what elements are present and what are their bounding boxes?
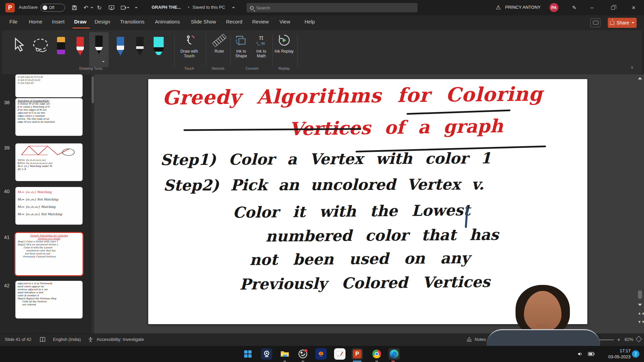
thumbnail-slide-42[interactable]: adjacent to v. it as Previously used col… — [15, 281, 83, 318]
volume-icon[interactable] — [576, 348, 584, 360]
presenter-shirt — [487, 329, 600, 346]
share-dropdown-icon — [632, 22, 634, 23]
accessibility-icon[interactable] — [88, 337, 93, 342]
avatar[interactable]: PA — [549, 3, 558, 12]
tab-view[interactable]: View — [279, 19, 290, 24]
tab-transitions[interactable]: Transitions — [120, 19, 145, 24]
user-name[interactable]: PRINCY ANTONY — [505, 5, 541, 10]
presenter-pen-icon[interactable]: ✎ — [570, 3, 578, 12]
draw-with-touch-button[interactable]: Draw with Touch — [176, 33, 202, 58]
notes-button[interactable]: Notes — [466, 337, 486, 342]
save-status-dropdown-icon[interactable] — [232, 7, 235, 8]
camera-qat-button[interactable] — [119, 3, 127, 12]
tab-record[interactable]: Record — [226, 19, 242, 24]
spellcheck-icon[interactable] — [40, 337, 46, 342]
tab-animations[interactable]: Animations — [155, 19, 180, 24]
powerpoint-logo-icon[interactable]: P — [5, 3, 15, 12]
chrome-icon[interactable] — [371, 348, 382, 360]
search-input[interactable]: Search — [247, 3, 418, 12]
autosave-toggle[interactable]: Off — [40, 4, 65, 12]
minimize-button[interactable]: – — [584, 0, 600, 15]
collapse-ribbon-icon[interactable]: ∨ — [631, 65, 634, 70]
ruler-button[interactable]: Ruler — [207, 33, 232, 54]
taskbar-powerpoint-icon[interactable]: P — [352, 348, 363, 360]
thumbnail-scrollbar[interactable] — [91, 74, 94, 334]
previous-slide-button[interactable]: ▲▲ — [638, 312, 642, 315]
meeting-app-icon[interactable] — [315, 348, 327, 360]
ink-to-math-button[interactable]: π Ink to Math — [252, 33, 271, 58]
file-explorer-icon[interactable] — [279, 348, 290, 360]
pen-options-icon[interactable] — [102, 61, 105, 62]
language-indicator[interactable]: English (India) — [53, 337, 81, 342]
slide-indicator[interactable]: Slide 41 of 42 — [5, 337, 32, 342]
close-button[interactable]: × — [626, 0, 641, 15]
undo-dropdown-icon[interactable] — [91, 7, 93, 8]
tab-help[interactable]: Help — [305, 19, 315, 24]
thumb-42-text: adjacent to v. it as Previously used col… — [15, 281, 83, 308]
battery-icon[interactable] — [586, 348, 596, 360]
clock-time: 17:17 — [604, 348, 631, 354]
notification-badge[interactable]: 2 — [632, 350, 639, 358]
pen-blue[interactable] — [117, 37, 124, 56]
ink-replay-label: Ink Replay — [275, 49, 294, 54]
accessibility-status[interactable]: Accessibility: Investigate — [97, 337, 144, 342]
ink-replay-button[interactable]: Ink Replay — [274, 33, 294, 54]
thumbnail-slide-41[interactable]: Greedy Algorithms for Coloring Vertices … — [15, 233, 83, 275]
whiteboard-app-icon[interactable] — [334, 348, 345, 360]
pen-red[interactable] — [76, 37, 84, 56]
fit-to-window-icon[interactable] — [637, 337, 641, 341]
powerpoint-window: P AutoSave Off ↶ ↻ GRAPH THE... • Saved … — [0, 0, 644, 362]
thumbnail-slide-38[interactable]: Matching of Graphs(M⊆E) A Subset M of th… — [15, 98, 83, 136]
tab-slideshow[interactable]: Slide Show — [191, 19, 216, 24]
pencil-tool[interactable] — [136, 37, 144, 56]
lasso-select-button[interactable] — [32, 38, 50, 54]
next-slide-button[interactable]: ▼▼ — [638, 320, 642, 323]
share-button[interactable]: Share — [608, 18, 637, 28]
save-button[interactable] — [70, 3, 78, 12]
slide-scrollbar[interactable]: ▲▲ ▼▼ — [638, 77, 642, 332]
body-line-4: numbered color that has — [266, 226, 499, 245]
mini-graph-drawing — [15, 143, 79, 158]
pen-black-selected[interactable] — [89, 32, 109, 67]
menu-bar: File Home Insert Draw Design Transitions… — [0, 15, 644, 30]
camera-dropdown-icon[interactable] — [127, 7, 129, 8]
eraser-tool[interactable] — [57, 37, 65, 54]
tab-design[interactable]: Design — [95, 19, 110, 24]
zoom-level[interactable]: 82% — [625, 337, 633, 342]
ink-to-math-label: Ink to Math — [256, 49, 266, 58]
eraser-bottom — [57, 50, 65, 54]
document-title[interactable]: GRAPH THE... — [152, 5, 181, 10]
warning-icon[interactable]: ⚠ — [496, 4, 501, 11]
group-label-stencils: Stencils — [206, 66, 230, 70]
save-status[interactable]: Saved to this PC — [193, 5, 225, 10]
tab-insert[interactable]: Insert — [52, 19, 65, 24]
thumbnail-slide-40[interactable]: M₂= {e₁,e₅} Matching M₃= {e₁,e₄} Not Mat… — [15, 187, 83, 225]
scrollbar-thumb[interactable] — [638, 290, 642, 299]
ink-to-shape-button[interactable]: Ink to Shape — [231, 33, 251, 58]
tab-draw[interactable]: Draw — [74, 19, 87, 24]
thumbnail-slide-37[interactable]: = λ(λ-1)(λ-2) (1+λ-3) = λ(λ-1) (λ-2) (λ-… — [15, 74, 83, 97]
tab-review[interactable]: Review — [252, 19, 269, 24]
start-button[interactable] — [242, 348, 254, 360]
tab-file[interactable]: File — [9, 19, 17, 24]
scroll-up-icon[interactable] — [638, 77, 642, 79]
select-tool-button[interactable] — [13, 38, 26, 54]
restore-button[interactable] — [605, 0, 621, 15]
comments-button[interactable] — [590, 18, 600, 27]
tab-home[interactable]: Home — [29, 19, 42, 24]
obs-studio-icon[interactable] — [297, 348, 309, 360]
thumbnail-slide-39[interactable]: V(G)= {v₁,v₂,v₃,v₄,v₅,v₆} E(G)= {e₁,e₂,e… — [15, 143, 83, 181]
slideshow-button[interactable] — [107, 3, 115, 12]
highlighter-cyan[interactable] — [154, 37, 164, 55]
qat-customize-icon[interactable] — [135, 7, 138, 8]
edge-icon[interactable] — [388, 348, 400, 360]
scroll-down-icon[interactable] — [638, 304, 642, 306]
clock[interactable]: 17:17 03-05-2023 — [604, 348, 631, 360]
redo-button[interactable]: ↻ — [95, 3, 103, 12]
draw-with-touch-label: Draw with Touch — [180, 49, 198, 58]
autosave-label: AutoSave — [19, 5, 38, 10]
scrollbar-thumb[interactable] — [92, 76, 94, 103]
zoom-in-button[interactable]: + — [617, 337, 620, 343]
webcam-app-icon[interactable] — [261, 348, 272, 360]
undo-button[interactable]: ↶ — [82, 3, 90, 12]
